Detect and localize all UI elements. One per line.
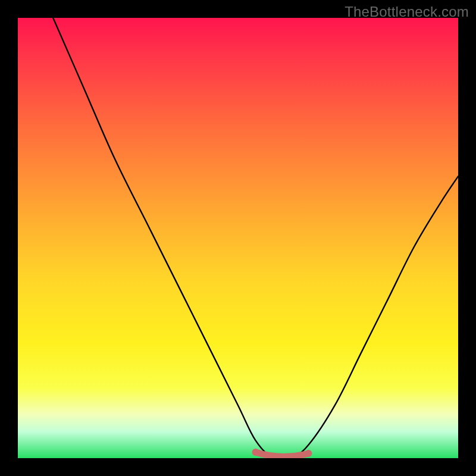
minimum-dot-right xyxy=(305,450,312,457)
minimum-highlight xyxy=(256,452,309,457)
bottleneck-curve xyxy=(53,18,458,458)
curve-svg xyxy=(18,18,458,458)
chart-stage: TheBottleneck.com xyxy=(0,0,476,476)
curve-layer xyxy=(18,18,458,458)
attribution-label: TheBottleneck.com xyxy=(345,4,469,20)
minimum-dot-left xyxy=(252,449,259,456)
